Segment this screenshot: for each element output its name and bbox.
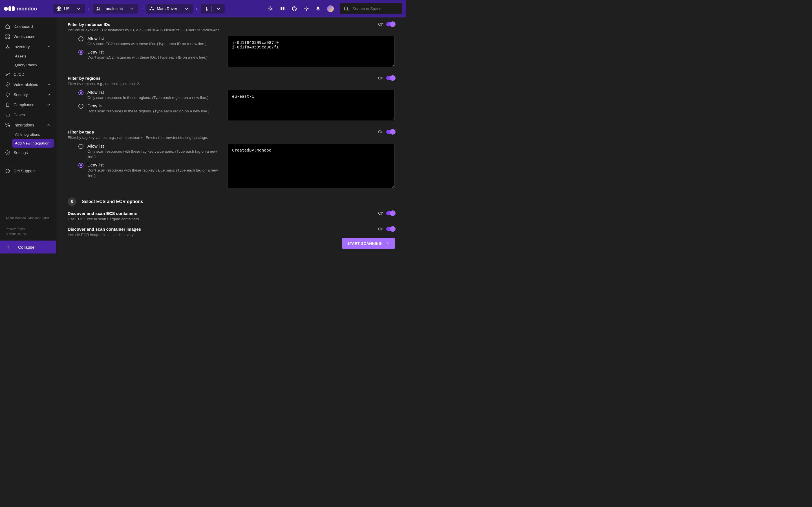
tags-deny-option[interactable]: Deny list Don't scan resources with thes… — [79, 163, 220, 179]
footer-copyright: © Mondoo, Inc. — [6, 232, 27, 235]
svg-point-16 — [7, 45, 8, 46]
filter-instance-section: Filter by instance IDs Include or exclud… — [68, 22, 395, 68]
instance-deny-option[interactable]: Deny list Don't scan EC2 instances with … — [79, 50, 220, 60]
filter-instance-toggle[interactable] — [386, 22, 395, 26]
search-input[interactable] — [352, 6, 399, 11]
tags-textarea[interactable] — [227, 144, 395, 188]
collapse-label: Collapse — [18, 245, 35, 249]
regions-allow-option[interactable]: Allow list Only scan resources in these … — [79, 90, 220, 101]
start-scanning-button[interactable]: START SCANNING — [342, 238, 395, 249]
sidebar-item-label: All Integrations — [15, 132, 40, 136]
sun-icon[interactable] — [268, 6, 273, 11]
footer-link-status[interactable]: Mondoo Status — [29, 216, 49, 220]
sidebar-item-settings[interactable]: Settings — [2, 148, 54, 158]
ecs-containers-title: Discover and scan ECS containers — [68, 211, 378, 216]
footer-link-about[interactable]: About Mondoo — [6, 216, 26, 220]
sidebar-item-label: Inventory — [13, 45, 30, 49]
book-icon[interactable] — [280, 6, 285, 11]
sidebar-item-inventory[interactable]: Inventory — [2, 42, 54, 52]
svg-point-18 — [8, 47, 9, 48]
svg-point-6 — [270, 8, 272, 10]
footer-link-privacy[interactable]: Privacy Policy — [6, 227, 25, 230]
radio-icon — [79, 50, 84, 55]
ecs-images-title: Discover and scan container images — [68, 227, 378, 231]
sidebar-item-label: Get Support — [13, 169, 35, 173]
radio-desc: Don't scan EC2 instances with these IDs.… — [87, 55, 207, 60]
svg-rect-9 — [306, 9, 307, 11]
sidebar-item-security[interactable]: Security — [2, 90, 54, 100]
sidebar-item-cases[interactable]: Cases — [2, 110, 54, 120]
slack-icon[interactable] — [303, 6, 309, 11]
instance-ids-textarea[interactable] — [227, 36, 395, 67]
breadcrumb-org-chip[interactable]: Lunalectric — [93, 4, 138, 13]
sidebar-item-query-packs[interactable]: Query Packs — [12, 61, 54, 69]
sidebar-item-label: Cases — [13, 113, 25, 117]
avatar[interactable] — [327, 5, 334, 12]
brand-logo[interactable]: mondoo — [4, 6, 51, 12]
sidebar-item-dashboard[interactable]: Dashboard — [2, 21, 54, 32]
breadcrumb-separator: › — [195, 7, 199, 11]
sidebar-item-all-integrations[interactable]: All Integrations — [12, 130, 54, 139]
logo-mark — [4, 6, 15, 11]
filter-instance-title: Filter by instance IDs — [68, 22, 378, 27]
svg-rect-20 — [6, 123, 7, 124]
svg-point-17 — [6, 47, 7, 48]
radio-label: Allow list — [87, 36, 206, 41]
sidebar-item-label: Add New Integration — [15, 141, 49, 145]
sidebar-item-label: Query Packs — [15, 63, 37, 67]
sidebar-item-integrations[interactable]: Integrations — [2, 120, 54, 130]
github-icon[interactable] — [292, 6, 297, 11]
clipboard-icon — [5, 102, 10, 107]
bell-icon[interactable] — [315, 6, 321, 11]
filter-regions-toggle[interactable] — [386, 76, 395, 80]
sidebar-item-support[interactable]: Get Support — [2, 166, 54, 176]
space-icon — [149, 6, 154, 11]
inventory-icon — [5, 44, 10, 49]
sidebar-item-label: Vulnerabilities — [13, 82, 38, 87]
breadcrumb-view-chip[interactable] — [201, 4, 225, 13]
sidebar-item-label: Workspaces — [13, 34, 35, 39]
regions-deny-option[interactable]: Deny list Don't scan resources in these … — [79, 103, 220, 114]
filter-regions-sub: Filter by regions, e.g., us-east-1, us-e… — [68, 82, 378, 86]
sidebar: Dashboard Workspaces Inventory Assets Qu… — [0, 17, 56, 253]
sidebar-item-label: CI/CD — [13, 72, 24, 76]
top-bar: mondoo US › Lunalectric › Mars Rover › — [0, 0, 406, 17]
sidebar-item-cicd[interactable]: CI/CD — [2, 69, 54, 79]
ecs-images-toggle[interactable] — [386, 227, 395, 231]
sidebar-item-assets[interactable]: Assets — [12, 52, 54, 61]
radio-desc: Only scan resources with these tag key:v… — [87, 149, 220, 160]
svg-rect-8 — [307, 8, 309, 9]
sidebar-item-label: Compliance — [13, 103, 35, 107]
sidebar-item-add-new-integration[interactable]: Add New Integration — [12, 139, 54, 148]
svg-point-2 — [99, 8, 100, 9]
radio-label: Allow list — [87, 144, 220, 149]
shield-icon — [5, 92, 10, 97]
ecs-containers-row: Discover and scan ECS containers Use ECS… — [68, 211, 395, 221]
chevron-down-icon[interactable] — [182, 6, 191, 11]
svg-point-3 — [151, 7, 153, 8]
ecs-containers-toggle[interactable] — [386, 211, 395, 215]
search-box[interactable] — [340, 3, 402, 14]
chevron-down-icon[interactable] — [74, 6, 83, 11]
filter-tags-title: Filter by tags — [68, 129, 378, 134]
sidebar-item-vulnerabilities[interactable]: Vulnerabilities — [2, 79, 54, 90]
sidebar-item-workspaces[interactable]: Workspaces — [2, 32, 54, 42]
chevron-left-icon — [6, 244, 11, 249]
breadcrumb-region-chip[interactable]: US — [53, 4, 85, 13]
sidebar-item-compliance[interactable]: Compliance — [2, 100, 54, 110]
tags-allow-option[interactable]: Allow list Only scan resources with thes… — [79, 144, 220, 160]
chevron-down-icon[interactable] — [214, 6, 223, 11]
breadcrumb-space-chip[interactable]: Mars Rover — [146, 4, 193, 13]
breadcrumb-region: US — [64, 6, 69, 11]
filter-instance-sub: Include or exclude EC2 instances by ID, … — [68, 28, 378, 32]
collapse-sidebar-button[interactable]: Collapse — [0, 240, 56, 253]
ecs-containers-sub: Use ECS Exec to scan Fargate containers. — [68, 217, 378, 221]
org-icon — [96, 6, 101, 11]
filter-tags-section: Filter by tags Filter by tag key:values,… — [68, 129, 395, 189]
instance-allow-option[interactable]: Allow list Only scan EC2 instances with … — [79, 36, 220, 47]
chevron-up-icon — [47, 45, 51, 49]
chevron-down-icon[interactable] — [128, 6, 137, 11]
regions-textarea[interactable] — [227, 90, 395, 121]
filter-tags-toggle[interactable] — [386, 130, 395, 134]
chevron-down-icon — [47, 103, 51, 107]
